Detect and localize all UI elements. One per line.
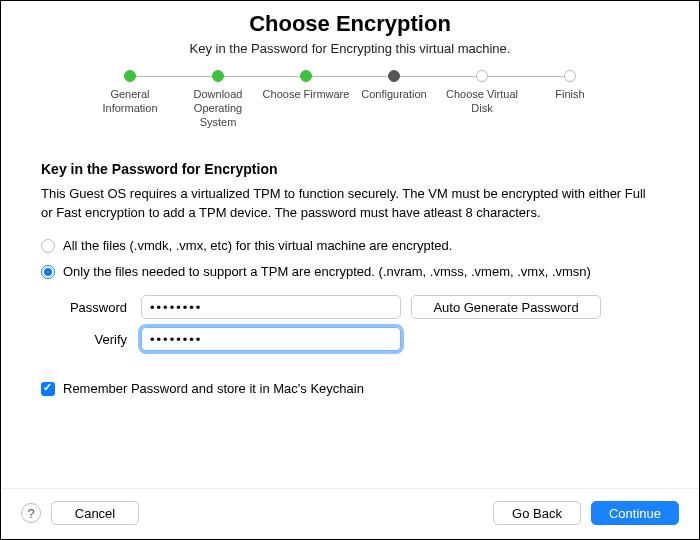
- step-label: Choose Firmware: [263, 88, 350, 102]
- radio-icon: [41, 239, 55, 253]
- step-5: Finish: [526, 70, 614, 102]
- auto-generate-button[interactable]: Auto Generate Password: [411, 295, 601, 319]
- step-1: Download Operating System: [174, 70, 262, 129]
- password-input[interactable]: [141, 295, 401, 319]
- step-dot-icon: [564, 70, 576, 82]
- go-back-button[interactable]: Go Back: [493, 501, 581, 525]
- radio-option-partial[interactable]: Only the files needed to support a TPM a…: [41, 263, 659, 281]
- section-heading: Key in the Password for Encryption: [41, 161, 659, 177]
- step-2: Choose Firmware: [262, 70, 350, 102]
- step-dot-icon: [300, 70, 312, 82]
- page-subtitle: Key in the Password for Encrypting this …: [21, 41, 679, 56]
- step-label: Configuration: [361, 88, 426, 102]
- step-label: Finish: [555, 88, 584, 102]
- step-label: Download Operating System: [174, 88, 262, 129]
- step-0: General Information: [86, 70, 174, 116]
- step-dot-icon: [212, 70, 224, 82]
- radio-icon: [41, 265, 55, 279]
- radio-label-partial: Only the files needed to support a TPM a…: [63, 263, 591, 281]
- step-4: Choose Virtual Disk: [438, 70, 526, 116]
- help-button[interactable]: ?: [21, 503, 41, 523]
- verify-input[interactable]: [141, 327, 401, 351]
- step-3: Configuration: [350, 70, 438, 102]
- section-description: This Guest OS requires a virtualized TPM…: [41, 185, 659, 223]
- password-label: Password: [41, 300, 131, 315]
- step-dot-icon: [124, 70, 136, 82]
- continue-button[interactable]: Continue: [591, 501, 679, 525]
- checkbox-icon: [41, 382, 55, 396]
- verify-label: Verify: [41, 332, 131, 347]
- remember-label: Remember Password and store it in Mac's …: [63, 381, 364, 396]
- cancel-button[interactable]: Cancel: [51, 501, 139, 525]
- step-dot-icon: [388, 70, 400, 82]
- remember-checkbox-row[interactable]: Remember Password and store it in Mac's …: [41, 381, 659, 396]
- step-label: General Information: [86, 88, 174, 116]
- step-dot-icon: [476, 70, 488, 82]
- progress-stepper: General InformationDownload Operating Sy…: [1, 70, 699, 139]
- step-label: Choose Virtual Disk: [438, 88, 526, 116]
- radio-option-full[interactable]: All the files (.vmdk, .vmx, etc) for thi…: [41, 237, 659, 255]
- page-title: Choose Encryption: [21, 11, 679, 37]
- radio-label-full: All the files (.vmdk, .vmx, etc) for thi…: [63, 237, 452, 255]
